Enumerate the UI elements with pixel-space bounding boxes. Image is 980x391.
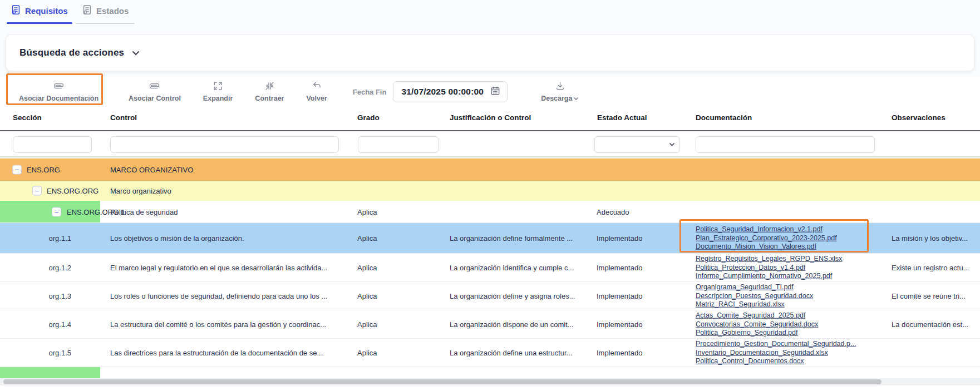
- row-control: Marco organizativo: [110, 187, 344, 195]
- collapse-minus-icon[interactable]: −: [12, 165, 22, 175]
- collapse-icon: [265, 81, 274, 93]
- doc-link[interactable]: Inventario_Documentacion_Seguridad.xlsx: [696, 348, 879, 357]
- descarga-button[interactable]: Descarga: [530, 77, 590, 107]
- table-row-ens-org[interactable]: − ENS.ORG MARCO ORGANIZATIVO: [0, 159, 980, 181]
- row-documentacion: Actas_Comite_Seguridad_2025.pdf Convocat…: [696, 311, 879, 338]
- collapse-minus-icon[interactable]: −: [52, 207, 61, 216]
- horizontal-scrollbar[interactable]: [0, 378, 980, 385]
- doc-link[interactable]: Descripcion_Puestos_Seguridad.docx: [696, 291, 879, 300]
- row-control: Los roles o funciones de seguridad, defi…: [110, 292, 344, 300]
- row-justificacion: La organización define formalmente ...: [450, 234, 589, 242]
- fecha-fin-value: 31/07/2025 00:00:00: [401, 87, 484, 97]
- doc-link[interactable]: Plan_Estrategico_Corporativo_2023-2025.p…: [696, 234, 879, 242]
- col-justificacion[interactable]: Justificación o Control: [450, 113, 531, 122]
- tab-estados[interactable]: Estados: [82, 4, 129, 17]
- tab-estados-label: Estados: [96, 6, 129, 16]
- doc-link[interactable]: Politica_Gobierno_Seguridad.pdf: [696, 329, 879, 338]
- doc-link[interactable]: Matriz_RACI_Seguridad.xlsx: [696, 300, 879, 309]
- inactive-tab-indicator: [76, 23, 135, 24]
- doc-link[interactable]: Procedimiento_Gestion_Documental_Segurid…: [696, 340, 879, 349]
- doc-link[interactable]: Politica_Control_Documentos.docx: [696, 357, 879, 366]
- table-row-org-1-5[interactable]: org.1.5 Las directrices para la estructu…: [0, 339, 980, 367]
- doc-link[interactable]: Politica_Seguridad_Informacion_v2.1.pdf: [696, 225, 879, 234]
- row-observaciones: Existe un registro actu...: [892, 264, 979, 272]
- expandir-button[interactable]: Expandir: [192, 77, 244, 107]
- contraer-button[interactable]: Contraer: [244, 77, 295, 107]
- row-code: org.1.3: [0, 292, 71, 300]
- document-icon: [11, 4, 21, 17]
- filter-documentacion-input[interactable]: [696, 136, 875, 153]
- chevron-down-icon: [669, 142, 675, 147]
- undo-arrow-icon: [312, 81, 322, 93]
- horizontal-scrollbar-thumb[interactable]: [3, 379, 881, 384]
- row-estado: Implementado: [597, 349, 683, 357]
- row-documentacion: Politica_Seguridad_Informacion_v2.1.pdf …: [696, 225, 879, 251]
- asociar-control-button[interactable]: Asociar Control: [117, 77, 192, 107]
- filter-seccion-input[interactable]: [13, 136, 92, 153]
- doc-link[interactable]: Actas_Comite_Seguridad_2025.pdf: [696, 311, 879, 320]
- col-documentacion[interactable]: Documentación: [696, 113, 752, 122]
- filter-grado-input[interactable]: [358, 136, 439, 153]
- row-code: ENS.ORG: [27, 166, 60, 174]
- collapse-minus-icon[interactable]: −: [32, 186, 42, 196]
- doc-link[interactable]: Informe_Cumplimiento_Normativo_2025.pdf: [696, 272, 879, 281]
- doc-link[interactable]: Organigrama_Seguridad_TI.pdf: [696, 283, 879, 292]
- toolbar: Asociar Documentación Asociar Control Ex…: [0, 77, 980, 107]
- table-row-org-1-3[interactable]: org.1.3 Los roles o funciones de segurid…: [0, 282, 980, 310]
- table-row-org-1-1[interactable]: org.1.1 Los objetivos o misión de la org…: [0, 223, 980, 254]
- col-observaciones[interactable]: Observaciones: [892, 113, 945, 122]
- contraer-label: Contraer: [255, 95, 284, 102]
- app-window: Requisitos Estados Búsqueda de acciones: [0, 0, 980, 391]
- asociar-control-label: Asociar Control: [129, 95, 181, 102]
- row-observaciones: El comité se reúne tri...: [892, 292, 979, 300]
- row-documentacion: Organigrama_Seguridad_TI.pdf Descripcion…: [696, 283, 879, 309]
- expand-icon: [213, 81, 223, 93]
- table-row-ens-org-org[interactable]: − ENS.ORG.ORG Marco organizativo: [0, 181, 980, 201]
- table-row-org-1-2[interactable]: org.1.2 El marco legal y regulatorio en …: [0, 254, 980, 282]
- row-estado: Implementado: [597, 264, 683, 272]
- row-code: org.1.5: [0, 349, 71, 357]
- row-justificacion: La organización identifica y cumple c...: [450, 264, 589, 272]
- filter-row: [0, 132, 980, 157]
- filter-control-input[interactable]: [110, 136, 339, 153]
- tab-requisitos[interactable]: Requisitos: [11, 4, 68, 17]
- row-control: La estructura del comité o los comités p…: [110, 320, 344, 329]
- row-grado: Aplica: [357, 320, 441, 329]
- row-grado: Aplica: [357, 207, 441, 216]
- download-icon: [555, 81, 565, 93]
- row-estado: Implementado: [597, 292, 683, 300]
- row-grado: Aplica: [357, 349, 441, 357]
- row-control: Los objetivos o misión de la organizació…: [110, 234, 344, 242]
- col-estado[interactable]: Estado Actual: [597, 113, 647, 122]
- doc-link[interactable]: Convocatorias_Comite_Seguridad.docx: [696, 320, 879, 329]
- col-grado[interactable]: Grado: [357, 113, 380, 122]
- table-row-org-1-4[interactable]: org.1.4 La estructura del comité o los c…: [0, 310, 980, 339]
- row-observaciones: La documentación est...: [892, 320, 979, 329]
- active-tab-indicator: [7, 22, 72, 24]
- table-row-ens-org-org-1[interactable]: − ENS.ORG.ORG.1 Política de seguridad Ap…: [0, 201, 980, 223]
- doc-link[interactable]: Politica_Proteccion_Datos_v1.4.pdf: [696, 263, 879, 272]
- volver-button[interactable]: Volver: [295, 77, 338, 107]
- row-estado: Implementado: [597, 320, 683, 329]
- table-row-partial[interactable]: [0, 367, 980, 378]
- search-panel[interactable]: Búsqueda de acciones: [6, 34, 974, 71]
- volver-label: Volver: [306, 95, 327, 102]
- row-code: org.1.1: [0, 234, 71, 242]
- calendar-icon[interactable]: [490, 86, 500, 98]
- col-seccion[interactable]: Sección: [13, 113, 42, 122]
- chevron-down-icon[interactable]: [132, 48, 140, 58]
- row-control: MARCO ORGANIZATIVO: [110, 166, 344, 174]
- document-icon: [82, 4, 92, 17]
- paperclip-icon: [54, 81, 63, 93]
- row-code: ENS.ORG.ORG: [47, 187, 99, 195]
- fecha-fin-group: Fecha Fin 31/07/2025 00:00:00: [353, 81, 508, 102]
- fecha-fin-input[interactable]: 31/07/2025 00:00:00: [393, 81, 508, 102]
- filter-estado-select[interactable]: [594, 136, 680, 153]
- descarga-label: Descarga: [541, 95, 572, 102]
- row-estado: Adecuado: [597, 207, 683, 216]
- asociar-documentacion-button[interactable]: Asociar Documentación: [0, 77, 117, 107]
- col-control[interactable]: Control: [110, 113, 137, 122]
- row-documentacion: Registro_Requisitos_Legales_RGPD_ENS.xls…: [696, 255, 879, 281]
- doc-link[interactable]: Documento_Mision_Vision_Valores.pdf: [696, 242, 879, 251]
- doc-link[interactable]: Registro_Requisitos_Legales_RGPD_ENS.xls…: [696, 255, 879, 264]
